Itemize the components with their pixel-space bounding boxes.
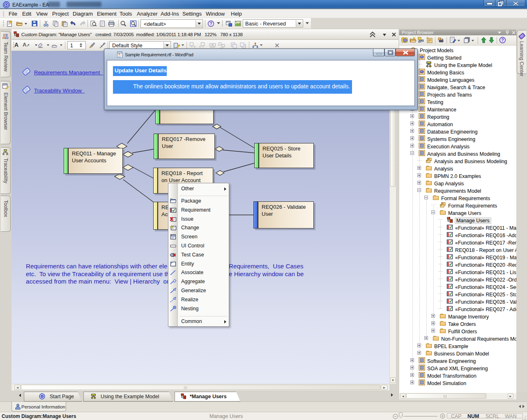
svg-text:A: A [118, 53, 120, 55]
svg-text:?: ? [210, 21, 212, 26]
svg-text:?: ? [502, 38, 504, 42]
